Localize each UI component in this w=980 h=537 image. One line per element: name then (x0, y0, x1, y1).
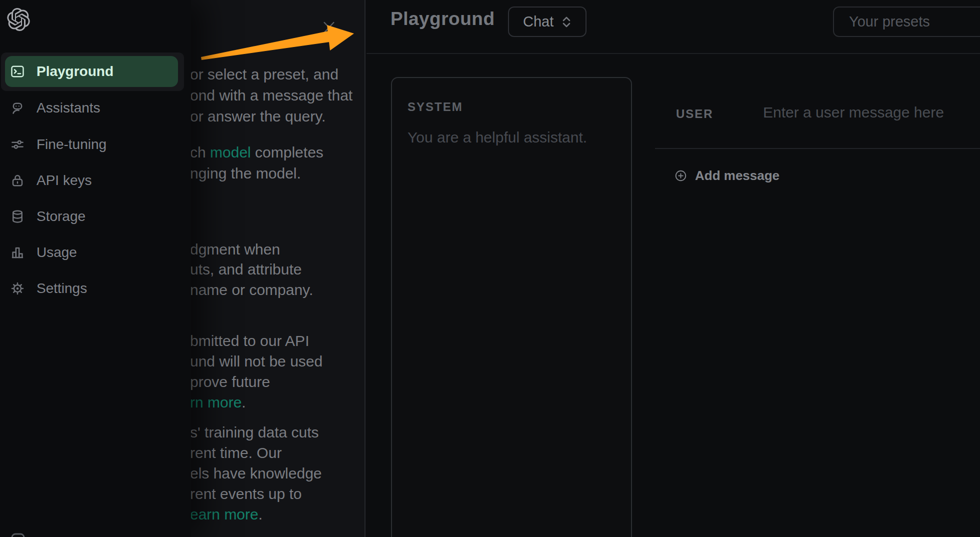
message-row-divider (655, 148, 980, 149)
onboarding-text: uts, and attribute (190, 259, 302, 280)
mode-select-label: Chat (523, 14, 554, 30)
sidebar-item-storage[interactable]: Storage (0, 201, 191, 232)
onboarding-text: or answer the query. (190, 106, 326, 126)
onboarding-text: rent events up to (190, 484, 302, 504)
terminal-icon (10, 64, 25, 79)
onboarding-text: rn more. (190, 392, 246, 412)
learn-more-link[interactable]: earn more (190, 506, 258, 522)
panel-icon-partial[interactable] (11, 532, 25, 537)
sidebar-item-settings[interactable]: Settings (0, 273, 191, 304)
playground-app: Playground Chat Your presets SYSTEM You … (0, 0, 980, 537)
user-message-input[interactable]: Enter a user message here (763, 104, 944, 121)
mode-select-button[interactable]: Chat (508, 6, 586, 37)
add-message-button[interactable]: Add message (675, 168, 780, 184)
sidebar-item-fine-tuning[interactable]: Fine-tuning (0, 129, 191, 160)
bar-chart-icon (10, 245, 25, 260)
sliders-icon (10, 137, 25, 152)
openai-logo[interactable] (7, 8, 30, 33)
your-presets-button[interactable]: Your presets (833, 6, 980, 37)
chevron-up-down-icon (562, 16, 572, 28)
sidebar-item-api-keys[interactable]: API keys (0, 165, 191, 196)
sidebar-item-label: Fine-tuning (36, 129, 106, 160)
onboarding-text: name or company. (190, 280, 313, 300)
lock-icon (10, 173, 25, 188)
onboarding-text-fragment: ch (190, 144, 210, 160)
sidebar-item-label: Settings (36, 273, 87, 304)
onboarding-text: dgment when (190, 239, 280, 260)
onboarding-text: bmitted to our API (190, 330, 309, 351)
onboarding-text: or select a preset, and (190, 64, 338, 84)
onboarding-text: ond with a message that (190, 85, 352, 106)
sidebar-item-usage[interactable]: Usage (0, 237, 191, 268)
close-icon[interactable] (320, 19, 338, 37)
onboarding-text: s' training data cuts (190, 422, 319, 442)
onboarding-text: und will not be used (190, 351, 322, 372)
onboarding-text: ch model completes (190, 142, 324, 162)
database-icon (10, 209, 25, 224)
onboarding-text-fragment: . (258, 506, 262, 522)
onboarding-text-fragment: . (242, 394, 246, 410)
robot-icon (10, 100, 25, 116)
sidebar-item-label: API keys (36, 165, 92, 196)
system-message-input[interactable]: You are a helpful assistant. (408, 129, 587, 146)
sidebar-item-playground[interactable]: Playground (0, 56, 191, 87)
learn-more-link[interactable]: rn more (190, 394, 242, 410)
sidebar-item-assistants[interactable]: Assistants (0, 92, 191, 124)
model-link[interactable]: model (210, 144, 251, 160)
onboarding-text: els have knowledge (190, 463, 322, 484)
sidebar-item-label: Storage (36, 201, 86, 232)
system-message-panel[interactable]: SYSTEM You are a helpful assistant. (391, 77, 632, 537)
plus-circle-icon (675, 170, 686, 182)
onboarding-text: rent time. Our (190, 442, 282, 463)
gear-icon (10, 281, 25, 296)
your-presets-label: Your presets (849, 14, 930, 30)
page-title: Playground (390, 8, 495, 30)
add-message-label: Add message (695, 168, 780, 184)
sidebar: Playground Assistants Fine-tuning (0, 0, 191, 537)
main-content: Playground Chat Your presets SYSTEM You … (366, 0, 980, 537)
system-label: SYSTEM (408, 100, 463, 114)
sidebar-item-label: Assistants (36, 92, 100, 124)
onboarding-text-fragment: completes (251, 144, 324, 160)
header-divider (366, 53, 980, 54)
sidebar-item-label: Usage (36, 237, 77, 268)
sidebar-item-label: Playground (36, 56, 114, 87)
onboarding-text: earn more. (190, 504, 262, 524)
onboarding-text: nging the model. (190, 163, 301, 184)
onboarding-text: prove future (190, 372, 270, 392)
user-role-label[interactable]: USER (676, 107, 714, 121)
